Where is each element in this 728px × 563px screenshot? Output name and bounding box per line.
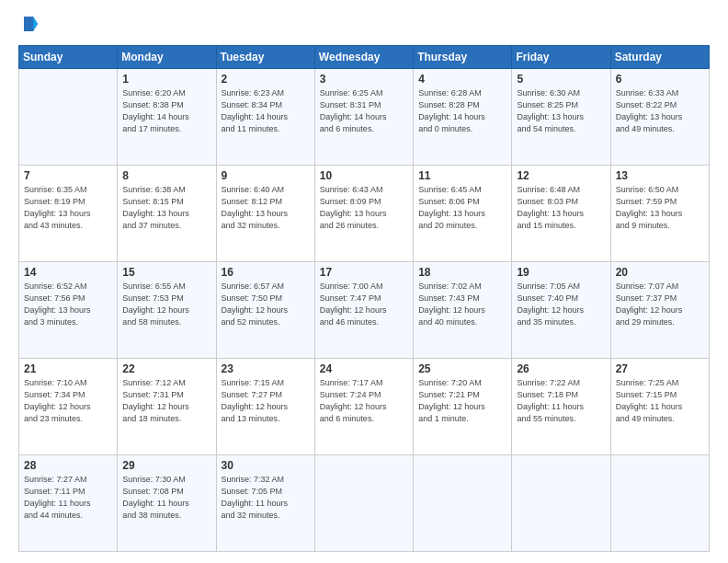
day-number: 18 bbox=[418, 266, 506, 279]
day-detail: Sunrise: 6:35 AM Sunset: 8:19 PM Dayligh… bbox=[24, 184, 112, 232]
day-detail: Sunrise: 7:17 AM Sunset: 7:24 PM Dayligh… bbox=[320, 377, 408, 425]
day-number: 30 bbox=[222, 459, 310, 472]
day-number: 22 bbox=[122, 362, 210, 375]
day-number: 25 bbox=[418, 362, 506, 375]
calendar-cell bbox=[19, 68, 118, 165]
day-number: 29 bbox=[122, 459, 210, 472]
day-number: 9 bbox=[222, 169, 310, 182]
day-detail: Sunrise: 7:30 AM Sunset: 7:08 PM Dayligh… bbox=[122, 474, 210, 522]
day-detail: Sunrise: 7:00 AM Sunset: 7:47 PM Dayligh… bbox=[320, 281, 408, 328]
calendar-header-friday: Friday bbox=[512, 45, 610, 68]
day-number: 11 bbox=[418, 169, 506, 182]
day-detail: Sunrise: 7:22 AM Sunset: 7:18 PM Dayligh… bbox=[517, 377, 605, 425]
day-detail: Sunrise: 7:12 AM Sunset: 7:31 PM Dayligh… bbox=[122, 377, 210, 425]
calendar-cell: 30Sunrise: 7:32 AM Sunset: 7:05 PM Dayli… bbox=[216, 454, 314, 551]
day-detail: Sunrise: 6:33 AM Sunset: 8:22 PM Dayligh… bbox=[616, 87, 704, 135]
day-number: 21 bbox=[24, 362, 112, 375]
day-detail: Sunrise: 7:10 AM Sunset: 7:34 PM Dayligh… bbox=[24, 377, 112, 425]
day-detail: Sunrise: 6:28 AM Sunset: 8:28 PM Dayligh… bbox=[418, 87, 506, 135]
day-detail: Sunrise: 7:27 AM Sunset: 7:11 PM Dayligh… bbox=[24, 474, 112, 522]
calendar-header-row: SundayMondayTuesdayWednesdayThursdayFrid… bbox=[19, 45, 710, 68]
svg-marker-1 bbox=[33, 17, 38, 31]
day-number: 15 bbox=[122, 266, 210, 279]
day-number: 28 bbox=[24, 459, 112, 472]
calendar-header-sunday: Sunday bbox=[19, 45, 118, 68]
logo-icon bbox=[20, 15, 40, 35]
day-number: 4 bbox=[418, 73, 506, 86]
day-number: 12 bbox=[517, 169, 605, 182]
calendar-cell: 11Sunrise: 6:45 AM Sunset: 8:06 PM Dayli… bbox=[414, 165, 512, 261]
calendar-cell: 17Sunrise: 7:00 AM Sunset: 7:47 PM Dayli… bbox=[314, 261, 413, 358]
calendar-header-thursday: Thursday bbox=[414, 45, 512, 68]
calendar-cell: 5Sunrise: 6:30 AM Sunset: 8:25 PM Daylig… bbox=[512, 68, 610, 165]
calendar-cell: 15Sunrise: 6:55 AM Sunset: 7:53 PM Dayli… bbox=[118, 261, 216, 358]
day-number: 13 bbox=[616, 169, 704, 182]
calendar-cell bbox=[610, 454, 709, 551]
calendar-cell: 22Sunrise: 7:12 AM Sunset: 7:31 PM Dayli… bbox=[118, 358, 216, 454]
day-number: 27 bbox=[616, 362, 704, 375]
day-detail: Sunrise: 7:25 AM Sunset: 7:15 PM Dayligh… bbox=[616, 377, 704, 425]
day-number: 16 bbox=[222, 266, 310, 279]
day-detail: Sunrise: 6:50 AM Sunset: 7:59 PM Dayligh… bbox=[616, 184, 704, 232]
day-detail: Sunrise: 7:32 AM Sunset: 7:05 PM Dayligh… bbox=[222, 474, 310, 522]
calendar-cell bbox=[512, 454, 610, 551]
day-detail: Sunrise: 7:20 AM Sunset: 7:21 PM Dayligh… bbox=[418, 377, 506, 425]
day-number: 17 bbox=[320, 266, 408, 279]
day-detail: Sunrise: 6:45 AM Sunset: 8:06 PM Dayligh… bbox=[418, 184, 506, 232]
calendar-cell: 4Sunrise: 6:28 AM Sunset: 8:28 PM Daylig… bbox=[414, 68, 512, 165]
day-number: 24 bbox=[320, 362, 408, 375]
calendar-cell: 18Sunrise: 7:02 AM Sunset: 7:43 PM Dayli… bbox=[414, 261, 512, 358]
page: SundayMondayTuesdayWednesdayThursdayFrid… bbox=[0, 0, 728, 563]
week-row-5: 28Sunrise: 7:27 AM Sunset: 7:11 PM Dayli… bbox=[19, 454, 710, 551]
day-number: 2 bbox=[222, 73, 310, 86]
day-number: 6 bbox=[616, 73, 704, 86]
calendar-cell: 29Sunrise: 7:30 AM Sunset: 7:08 PM Dayli… bbox=[118, 454, 216, 551]
week-row-4: 21Sunrise: 7:10 AM Sunset: 7:34 PM Dayli… bbox=[19, 358, 710, 454]
calendar-cell: 16Sunrise: 6:57 AM Sunset: 7:50 PM Dayli… bbox=[216, 261, 314, 358]
day-detail: Sunrise: 7:07 AM Sunset: 7:37 PM Dayligh… bbox=[616, 281, 704, 328]
calendar-cell: 8Sunrise: 6:38 AM Sunset: 8:15 PM Daylig… bbox=[118, 165, 216, 261]
calendar-cell: 2Sunrise: 6:23 AM Sunset: 8:34 PM Daylig… bbox=[216, 68, 314, 165]
day-detail: Sunrise: 6:20 AM Sunset: 8:38 PM Dayligh… bbox=[122, 87, 210, 135]
calendar-cell: 1Sunrise: 6:20 AM Sunset: 8:38 PM Daylig… bbox=[118, 68, 216, 165]
day-number: 19 bbox=[517, 266, 605, 279]
calendar-cell: 6Sunrise: 6:33 AM Sunset: 8:22 PM Daylig… bbox=[610, 68, 709, 165]
day-number: 23 bbox=[222, 362, 310, 375]
day-detail: Sunrise: 6:23 AM Sunset: 8:34 PM Dayligh… bbox=[222, 87, 310, 135]
calendar-header-tuesday: Tuesday bbox=[216, 45, 314, 68]
calendar-cell: 23Sunrise: 7:15 AM Sunset: 7:27 PM Dayli… bbox=[216, 358, 314, 454]
calendar-cell: 24Sunrise: 7:17 AM Sunset: 7:24 PM Dayli… bbox=[314, 358, 413, 454]
day-detail: Sunrise: 6:38 AM Sunset: 8:15 PM Dayligh… bbox=[122, 184, 210, 232]
calendar-cell bbox=[314, 454, 413, 551]
calendar-cell: 27Sunrise: 7:25 AM Sunset: 7:15 PM Dayli… bbox=[610, 358, 709, 454]
day-detail: Sunrise: 7:02 AM Sunset: 7:43 PM Dayligh… bbox=[418, 281, 506, 328]
day-number: 8 bbox=[122, 169, 210, 182]
day-number: 20 bbox=[616, 266, 704, 279]
week-row-3: 14Sunrise: 6:52 AM Sunset: 7:56 PM Dayli… bbox=[19, 261, 710, 358]
day-detail: Sunrise: 6:55 AM Sunset: 7:53 PM Dayligh… bbox=[122, 281, 210, 328]
calendar-cell: 25Sunrise: 7:20 AM Sunset: 7:21 PM Dayli… bbox=[414, 358, 512, 454]
calendar-cell: 3Sunrise: 6:25 AM Sunset: 8:31 PM Daylig… bbox=[314, 68, 413, 165]
day-number: 7 bbox=[24, 169, 112, 182]
calendar: SundayMondayTuesdayWednesdayThursdayFrid… bbox=[18, 45, 710, 552]
day-detail: Sunrise: 6:57 AM Sunset: 7:50 PM Dayligh… bbox=[222, 281, 310, 328]
calendar-cell: 19Sunrise: 7:05 AM Sunset: 7:40 PM Dayli… bbox=[512, 261, 610, 358]
calendar-cell: 9Sunrise: 6:40 AM Sunset: 8:12 PM Daylig… bbox=[216, 165, 314, 261]
calendar-cell: 10Sunrise: 6:43 AM Sunset: 8:09 PM Dayli… bbox=[314, 165, 413, 261]
day-detail: Sunrise: 7:05 AM Sunset: 7:40 PM Dayligh… bbox=[517, 281, 605, 328]
calendar-cell: 14Sunrise: 6:52 AM Sunset: 7:56 PM Dayli… bbox=[19, 261, 118, 358]
day-detail: Sunrise: 6:30 AM Sunset: 8:25 PM Dayligh… bbox=[517, 87, 605, 135]
day-detail: Sunrise: 7:15 AM Sunset: 7:27 PM Dayligh… bbox=[222, 377, 310, 425]
calendar-header-saturday: Saturday bbox=[610, 45, 709, 68]
calendar-cell bbox=[414, 454, 512, 551]
calendar-header-monday: Monday bbox=[118, 45, 216, 68]
calendar-cell: 7Sunrise: 6:35 AM Sunset: 8:19 PM Daylig… bbox=[19, 165, 118, 261]
week-row-1: 1Sunrise: 6:20 AM Sunset: 8:38 PM Daylig… bbox=[19, 68, 710, 165]
day-number: 5 bbox=[517, 73, 605, 86]
calendar-cell: 12Sunrise: 6:48 AM Sunset: 8:03 PM Dayli… bbox=[512, 165, 610, 261]
day-detail: Sunrise: 6:43 AM Sunset: 8:09 PM Dayligh… bbox=[320, 184, 408, 232]
day-number: 14 bbox=[24, 266, 112, 279]
calendar-cell: 13Sunrise: 6:50 AM Sunset: 7:59 PM Dayli… bbox=[610, 165, 709, 261]
calendar-header-wednesday: Wednesday bbox=[314, 45, 413, 68]
calendar-cell: 21Sunrise: 7:10 AM Sunset: 7:34 PM Dayli… bbox=[19, 358, 118, 454]
